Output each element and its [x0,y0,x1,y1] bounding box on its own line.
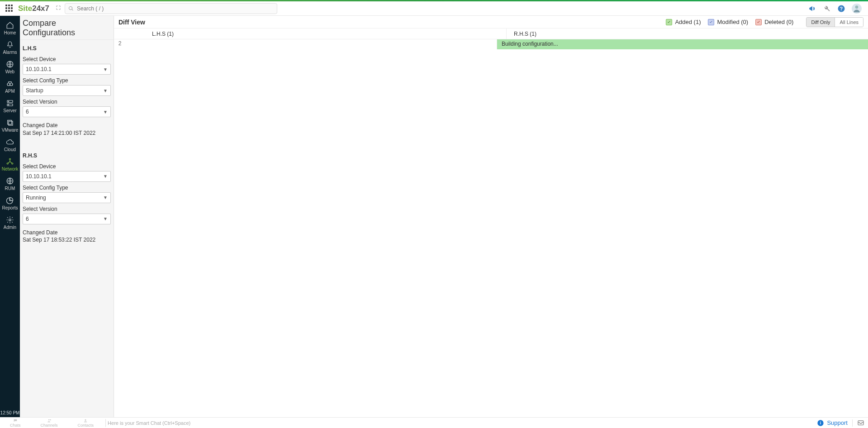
search-wrap [65,3,277,14]
rhs-configtype-label: Select Config Type [23,185,111,191]
legend-deleted[interactable]: Deleted (0) [755,19,793,25]
left-nav-rail: HomeAlarmsWebAPMServerVMwareCloudNetwork… [0,16,20,417]
gear-icon [6,216,14,224]
home-icon [6,21,14,29]
rail-item-admin[interactable]: Admin [0,213,20,233]
apps-grid-icon[interactable] [5,5,14,13]
checkbox-deleted-icon [755,19,762,25]
bottom-channels[interactable]: Channels [31,418,68,427]
rail-item-label: APM [5,89,15,94]
pie-icon [6,196,14,204]
rhs-device-select[interactable]: 10.10.10.1 ▼ [23,171,111,182]
rail-item-web[interactable]: Web [0,57,20,77]
rail-item-network[interactable]: Network [0,155,20,174]
lhs-device-label: Select Device [23,56,111,62]
lhs-changed-value: Sat Sep 17 14:21:00 IST 2022 [23,130,95,136]
rail-item-label: Admin [4,225,16,230]
stack-icon [6,119,14,127]
rhs-configtype-select[interactable]: Running ▼ [23,192,111,203]
svg-point-4 [7,83,10,86]
expand-icon[interactable] [56,5,61,12]
toggle-all-lines[interactable]: All Lines [835,18,863,27]
rail-item-cloud[interactable]: Cloud [0,135,20,155]
svg-point-12 [9,158,11,160]
config-panel-title: Compare Configurations [20,16,114,40]
chevron-down-icon: ▼ [103,174,108,179]
support-link[interactable]: i Support [817,419,848,427]
diff-mode-toggle: Diff Only All Lines [806,17,863,27]
info-icon: i [817,419,824,427]
chevron-down-icon: ▼ [103,195,108,200]
diff-header: Diff View Added (1) Modified (0) Deleted… [114,16,868,29]
rail-item-vmware[interactable]: VMware [0,116,20,135]
rail-item-rum[interactable]: RUM [0,174,20,194]
diff-title: Diff View [119,19,145,26]
col-lhs-header: L.H.S (1) [123,29,506,39]
rail-item-label: Alarms [3,50,17,55]
svg-point-16 [9,219,11,221]
lhs-configtype-label: Select Config Type [23,77,111,84]
tray-icon[interactable] [857,419,864,427]
rail-item-label: Web [5,69,14,74]
lhs-version-select[interactable]: 6 ▼ [23,106,111,117]
diff-columns-header: L.H.S (1) R.H.S (1) [114,29,868,39]
diff-body[interactable]: 2Building configuration... [114,39,868,417]
bottombar: Chats Channels Contacts Here is your Sma… [0,417,868,428]
rhs-configtype-value: Running [26,195,46,201]
rail-item-reports[interactable]: Reports [0,194,20,213]
network-icon [6,157,14,166]
server-icon [6,99,14,107]
bell-icon [6,41,14,49]
rhs-version-value: 6 [26,216,29,222]
rail-item-apm[interactable]: APM [0,77,20,96]
rail-item-server[interactable]: Server [0,96,20,116]
help-icon[interactable]: ? [837,5,845,13]
diff-legend: Added (1) Modified (0) Deleted (0) Diff … [666,17,863,27]
lhs-heading: L.H.S [23,43,111,53]
toggle-diff-only[interactable]: Diff Only [806,18,835,27]
rail-item-home[interactable]: Home [0,19,20,38]
rail-item-label: Cloud [4,147,16,152]
lhs-device-select[interactable]: 10.10.10.1 ▼ [23,64,111,75]
rhs-device-label: Select Device [23,163,111,170]
rhs-changed-value: Sat Sep 17 18:53:22 IST 2022 [23,237,95,243]
topbar-icons: ? [808,4,864,14]
rhs-changed-label: Changed Date [23,229,111,237]
rhs-changed-block: Changed Date Sat Sep 17 18:53:22 IST 202… [23,229,111,244]
svg-point-2 [855,5,859,9]
lhs-version-label: Select Version [23,99,111,105]
brand-logo: Site24x7 [18,4,49,13]
search-input[interactable] [65,3,277,14]
bottom-contacts[interactable]: Contacts [68,418,104,427]
lhs-changed-block: Changed Date Sat Sep 17 14:21:00 IST 202… [23,122,111,137]
rail-item-label: Network [2,166,19,171]
user-avatar[interactable] [852,4,862,14]
rhs-section: R.H.S Select Device 10.10.10.1 ▼ Select … [20,147,114,245]
lhs-device-value: 10.10.10.1 [26,66,52,72]
chevron-down-icon: ▼ [103,88,108,93]
svg-text:?: ? [840,5,843,11]
svg-point-5 [10,83,13,86]
rhs-version-select[interactable]: 6 ▼ [23,214,111,224]
svg-text:i: i [820,421,821,425]
chevron-down-icon: ▼ [103,67,108,72]
legend-modified[interactable]: Modified (0) [708,19,748,25]
bottom-chats[interactable]: Chats [0,418,31,427]
tools-icon[interactable] [823,5,831,13]
topbar: Site24x7 ? [0,1,868,16]
diff-line-number: 2 [114,39,126,49]
rail-time: 12:50 PM [0,408,20,417]
legend-added[interactable]: Added (1) [666,19,701,25]
config-panel: Compare Configurations L.H.S Select Devi… [20,16,114,417]
chevron-down-icon: ▼ [103,109,108,114]
rail-item-alarms[interactable]: Alarms [0,38,20,57]
lhs-configtype-select[interactable]: Startup ▼ [23,85,111,96]
search-icon [68,6,74,11]
diff-lhs-cell [126,39,497,49]
rail-item-label: Home [4,30,16,35]
announcement-icon[interactable] [808,5,816,13]
rhs-version-label: Select Version [23,206,111,212]
col-rhs-header: R.H.S (1) [506,29,868,39]
smartchat-hint: Here is your Smart Chat (Ctrl+Space) [108,420,190,426]
chevron-down-icon: ▼ [103,216,108,221]
